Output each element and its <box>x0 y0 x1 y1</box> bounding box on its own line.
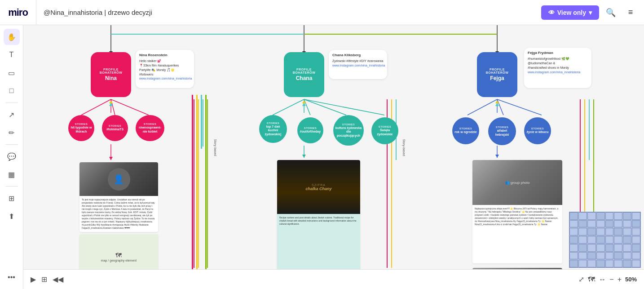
zoom-out-button[interactable]: − <box>609 276 613 284</box>
eye-icon: 👁 <box>548 9 555 16</box>
shape-tool[interactable]: □ <box>4 83 20 99</box>
fit-width-icon: ↔ <box>599 276 606 284</box>
search-icon: 🔍 <box>606 8 616 18</box>
svg-line-15 <box>304 99 384 115</box>
nina-color-bar-cyan <box>201 95 202 149</box>
pen-tool[interactable]: ✏ <box>4 124 20 141</box>
svg-line-13 <box>304 99 310 115</box>
story-chana-4: STORIESŚwięta żydowskie <box>371 117 398 144</box>
nina-card-title: Nina Rosenstein <box>139 53 190 58</box>
search-button[interactable]: 🔍 <box>603 4 619 21</box>
more-tools[interactable]: ••• <box>4 269 20 285</box>
svg-marker-40 <box>495 100 499 103</box>
zoom-level: 50% <box>625 276 637 283</box>
topbar: miro @Nina_innahistoria | drzewo decyzji… <box>0 0 644 25</box>
logo: miro <box>0 7 36 18</box>
svg-marker-42 <box>302 102 306 106</box>
chana-card-text: Żydowski #lifestyle #DIY #zarowaniawww.i… <box>332 59 384 68</box>
nina-profile-card: PROFILEBOHATERÓW Nina <box>91 52 131 97</box>
svg-marker-39 <box>302 100 306 103</box>
chana-post-overlay: SZIFRA chalka Chany <box>304 182 333 193</box>
chana-card-title: Chana Kliksberg <box>332 53 384 58</box>
sidebar-separator <box>5 102 18 103</box>
logo-text: miro <box>8 7 28 18</box>
fejga-post-text: Najlepsza typistyczna ekipa ever!!!! 🌟 B… <box>472 205 562 228</box>
nina-color-bar-green <box>205 95 207 269</box>
comment-tool[interactable]: 💬 <box>4 148 20 165</box>
sticky-tool[interactable]: ▭ <box>4 65 20 81</box>
story-fejga-3: STORIESżycie w kibucu <box>524 117 551 144</box>
fejga-profile-label: PROFILEBOHATERÓW <box>486 68 509 74</box>
zoom-in-button[interactable]: + <box>618 276 622 284</box>
frame-tool[interactable]: ⊞ <box>4 190 20 206</box>
fejga-photo-label: 👥 group photo <box>505 181 530 185</box>
chana-info-card: Chana Kliksberg Żydowski #lifestyle #DIY… <box>329 50 387 79</box>
zoom-out-icon: − <box>609 276 613 284</box>
svg-line-17 <box>468 99 497 115</box>
nina-name: Nina <box>105 75 117 81</box>
fejga-card-title: Fejga Frydman <box>528 50 588 55</box>
svg-line-18 <box>497 99 503 115</box>
sidebar-bottom: ••• <box>4 269 20 285</box>
chana-profile-card: PROFILEBOHATERÓW Chana <box>284 52 324 97</box>
fit-screen-button[interactable]: ⤢ <box>578 275 584 284</box>
hand-tool[interactable]: ✋ <box>4 29 20 45</box>
fejga-vertical-label: Story-based <box>402 139 406 156</box>
nina-profile-label: PROFILEBOHATERÓW <box>100 68 123 74</box>
nina-map-frame: 🗺 map / geography element <box>79 234 158 269</box>
svg-line-9 <box>111 99 115 115</box>
nina-color-bar-pink <box>192 95 193 269</box>
sidebar-separator-2 <box>5 144 18 145</box>
story-nina-2: STORIES#fotminaTS <box>102 115 128 141</box>
zoom-in-icon: + <box>618 276 622 284</box>
svg-marker-26 <box>495 155 499 158</box>
bottom-bar: ▶ ⊞ ◀◀ ⤢ 🗺 ↔ − + 50% <box>23 269 644 289</box>
fejga-card-text: #humanistofgrowthfood 🌿💚@tudiomethaCan &… <box>528 57 588 74</box>
fejga-grid-block: // Will be rendered via JS below <box>569 212 641 268</box>
grid-tool[interactable]: ▦ <box>4 166 20 182</box>
canvas: PROFILEBOHATERÓW Nina Nina Rosenstein He… <box>23 25 644 269</box>
nina-content-frame-1: 👤 To jest moje najważniejsze zdjęcie. Ur… <box>79 162 158 232</box>
svg-marker-38 <box>109 100 113 103</box>
nina-info-card: Nina Rosenstein Hello stalker 💕📍33km fil… <box>136 50 194 88</box>
upload-tool[interactable]: ⬆ <box>4 208 20 224</box>
fejga-info-card: Fejga Frydman #humanistofgrowthfood 🌿💚@t… <box>524 48 591 88</box>
bottom-bar-right: ⤢ 🗺 ↔ − + 50% <box>578 275 637 284</box>
story-nina-3: STORIESrównouprawni-nie kobiet <box>136 115 164 141</box>
frames-button[interactable]: ⊞ <box>41 275 47 284</box>
board-title: @Nina_innahistoria | drzewo decyzji <box>36 0 159 25</box>
present-icon: ▶ <box>31 275 36 284</box>
svg-marker-24 <box>302 155 306 158</box>
chana-name: Chana <box>296 75 313 81</box>
arrow-tool[interactable]: ↗ <box>4 107 20 123</box>
bottom-bar-left: ▶ ⊞ ◀◀ <box>31 275 63 284</box>
frames-icon: ⊞ <box>41 275 47 284</box>
story-chana-3: STORIESkultura żydowska dla początkujący… <box>333 115 364 146</box>
present-button[interactable]: ▶ <box>31 275 36 284</box>
topbar-right: 👁 View only ▾ 🔍 ≡ <box>541 4 644 21</box>
fit-width-button[interactable]: ↔ <box>599 276 606 284</box>
text-tool[interactable]: T <box>4 47 20 63</box>
view-only-label: View only <box>557 9 586 16</box>
sidebar-separator-3 <box>5 186 18 187</box>
menu-button[interactable]: ≡ <box>622 4 639 21</box>
svg-line-19 <box>497 99 542 115</box>
nina-card-text: Hello stalker 💕📍33km film #analuquerikes… <box>139 59 190 81</box>
collapse-button[interactable]: ◀◀ <box>53 275 63 284</box>
chevron-down-icon: ▾ <box>589 9 592 16</box>
collapse-icon: ◀◀ <box>53 275 63 284</box>
map-button[interactable]: 🗺 <box>588 276 595 284</box>
map-icon: 🗺 <box>588 276 595 284</box>
svg-line-12 <box>273 99 304 115</box>
story-fejga-1: STORIESrok w ogrodzie <box>452 117 479 144</box>
board-content: PROFILEBOHATERÓW Nina Nina Rosenstein He… <box>23 25 644 269</box>
svg-line-10 <box>111 99 149 115</box>
fit-screen-icon: ⤢ <box>578 275 584 284</box>
chana-vertical-label: Story-based <box>214 139 217 156</box>
story-chana-2: STORIES#outfoftheday <box>297 117 323 143</box>
svg-marker-43 <box>495 102 499 106</box>
view-only-button[interactable]: 👁 View only ▾ <box>541 5 599 20</box>
chana-post-text: Recipe content and post details about Je… <box>277 214 360 269</box>
story-chana-1: STORIEStop 7 dań kuchni żydowskiej <box>259 115 287 143</box>
chana-profile-label: PROFILEBOHATERÓW <box>293 68 316 74</box>
